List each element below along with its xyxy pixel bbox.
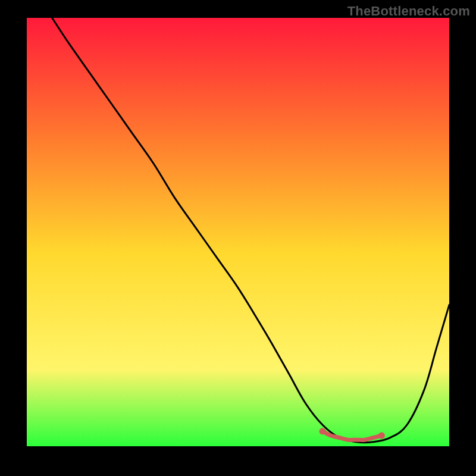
watermark-text: TheBottleneck.com [347, 4, 470, 19]
plot-gradient-area [27, 18, 449, 446]
highlight-endpoint-dot [378, 433, 385, 439]
chart-stage: TheBottleneck.com [0, 0, 476, 476]
highlight-endpoint-dot [320, 428, 326, 434]
bottleneck-chart [0, 0, 476, 476]
